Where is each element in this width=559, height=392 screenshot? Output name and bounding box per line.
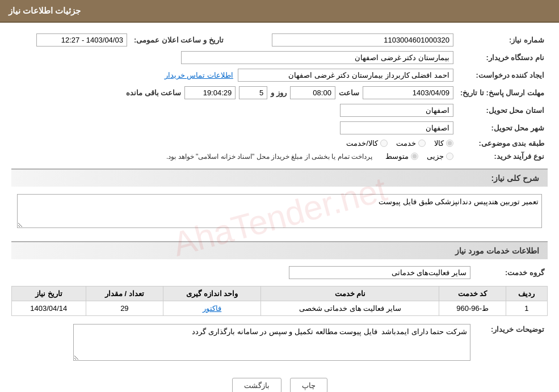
radio-partial[interactable] — [446, 153, 453, 160]
process-label: نوع فرآیند خرید: — [457, 150, 548, 163]
col-date: تاریخ نیاز — [12, 286, 86, 301]
province-value: اصفهان — [11, 102, 457, 119]
requester-value: احمد افضلی کاربرداز بیمارستان دکتر غرضی … — [11, 66, 457, 84]
category-value: کالا خدمت کالا/خدمت — [11, 137, 457, 150]
city-input: اصفهان — [340, 121, 453, 134]
radio-kala-service[interactable] — [380, 140, 388, 147]
cell-code: ط-96-960 — [439, 301, 506, 316]
announce-date-label: تاریخ و ساعت اعلان عمومی: — [131, 31, 227, 49]
radio-kala-service-label: کالا/خدمت — [346, 139, 378, 147]
radio-kala[interactable] — [446, 140, 453, 147]
radio-service-label: خدمت — [396, 139, 416, 147]
services-section-label: اطلاعات خدمات مورد نیاز — [455, 246, 539, 255]
services-table: ردیف کد خدمت نام خدمت واحد اندازه گیری ت… — [11, 286, 548, 316]
category-kala: کالا — [434, 139, 453, 147]
cell-unit[interactable]: فاکتور — [163, 301, 261, 316]
radio-medium[interactable] — [411, 153, 418, 160]
buyer-desc-table: توضیحات خریدار: — [11, 322, 548, 365]
deadline-remaining-input: 19:04:29 — [184, 86, 236, 99]
need-desc-section-header: شرح کلی نیاز: — [11, 168, 548, 187]
requester-input: احمد افضلی کاربرداز بیمارستان دکتر غرضی … — [238, 69, 453, 82]
category-label: طبقه بندی موضوعی: — [457, 137, 548, 150]
need-desc-area — [11, 191, 548, 235]
info-table: شماره نیاز: 1103004601000320 تاریخ و ساع… — [11, 31, 548, 163]
city-value: اصفهان — [11, 119, 457, 137]
service-group-label: گروه خدمت: — [474, 264, 548, 281]
need-desc-label: شرح کلی نیاز: — [491, 174, 539, 183]
cell-row-num: 1 — [506, 301, 547, 316]
col-row-num: ردیف — [506, 286, 547, 301]
deadline-time-label: ساعت — [339, 88, 359, 97]
contact-link[interactable]: اطلاعات تماس خریدار — [165, 71, 233, 79]
main-content: AhaTender.net شماره نیاز: 11030046010003… — [0, 23, 559, 392]
need-number-label: شماره نیاز: — [457, 31, 548, 49]
print-button[interactable]: چاپ — [290, 378, 327, 392]
buyer-desc-value — [11, 322, 474, 365]
province-label: استان محل تحویل: — [457, 102, 548, 119]
deadline-row: 1403/04/09 ساعت 08:00 روز و 5 19:04:29 س… — [11, 84, 457, 102]
service-group-input: سایر فعالیت‌های خدماتی — [289, 266, 470, 279]
service-group-value: سایر فعالیت‌های خدماتی — [11, 264, 474, 281]
service-group-table: گروه خدمت: سایر فعالیت‌های خدماتی — [11, 264, 548, 281]
org-name-input: بیمارستان دکتر غرضی اصفهان — [181, 51, 453, 64]
back-button[interactable]: بازگشت — [232, 378, 281, 392]
radio-partial-label: جزیی — [427, 152, 444, 161]
deadline-time-input: 08:00 — [290, 86, 335, 99]
cell-quantity: 29 — [86, 301, 163, 316]
need-number-value: 1103004601000320 — [227, 31, 457, 49]
button-row: چاپ بازگشت — [11, 369, 548, 392]
process-note: پرداخت تمام یا بخشی از مبلغ خریداز محل "… — [166, 153, 372, 161]
radio-medium-label: متوسط — [385, 152, 409, 161]
page-header: جزئیات اطلاعات نیاز — [0, 0, 559, 23]
requester-label: ایجاد کننده درخواست: — [457, 66, 548, 84]
announce-date-input: 1403/04/03 - 12:27 — [36, 33, 127, 47]
deadline-date-input: 1403/04/09 — [363, 86, 453, 99]
category-kala-service: کالا/خدمت — [346, 139, 388, 147]
buyer-desc-label: توضیحات خریدار: — [474, 322, 548, 365]
process-medium: متوسط — [385, 152, 418, 161]
page-container: جزئیات اطلاعات نیاز AhaTender.net شماره … — [0, 0, 559, 392]
province-input: اصفهان — [340, 104, 453, 117]
deadline-days-label: روز و — [271, 88, 287, 97]
category-service: خدمت — [396, 139, 426, 147]
table-row: 1 ط-96-960 سایر فعالیت های خدماتی شخصی ف… — [12, 301, 548, 316]
deadline-days-input: 5 — [239, 86, 267, 99]
announce-date-value: 1403/04/03 - 12:27 — [11, 31, 131, 49]
city-label: شهر محل تحویل: — [457, 119, 548, 137]
process-partial: جزیی — [427, 152, 453, 161]
need-desc-textarea — [17, 194, 542, 228]
deadline-label: مهلت ارسال پاسخ: تا تاریخ: — [457, 84, 548, 102]
radio-kala-label: کالا — [434, 139, 444, 147]
radio-service[interactable] — [418, 140, 426, 147]
process-value: جزیی متوسط پرداخت تمام یا بخشی از مبلغ خ… — [11, 150, 457, 163]
col-quantity: تعداد / مقدار — [86, 286, 163, 301]
deadline-remaining-label: ساعت باقی مانده — [126, 88, 181, 97]
services-section-header: اطلاعات خدمات مورد نیاز — [11, 241, 548, 259]
page-title: جزئیات اطلاعات نیاز — [9, 6, 81, 15]
org-name-label: نام دستگاه خریدار: — [457, 49, 548, 66]
col-unit: واحد اندازه گیری — [163, 286, 261, 301]
buyer-desc-textarea — [73, 324, 470, 361]
org-name-value: بیمارستان دکتر غرضی اصفهان — [11, 49, 457, 66]
cell-name: سایر فعالیت های خدماتی شخصی — [261, 301, 439, 316]
col-service-name: نام خدمت — [261, 286, 439, 301]
need-number-input: 1103004601000320 — [272, 33, 453, 47]
col-service-code: کد خدمت — [439, 286, 506, 301]
cell-date: 1403/04/14 — [12, 301, 86, 316]
